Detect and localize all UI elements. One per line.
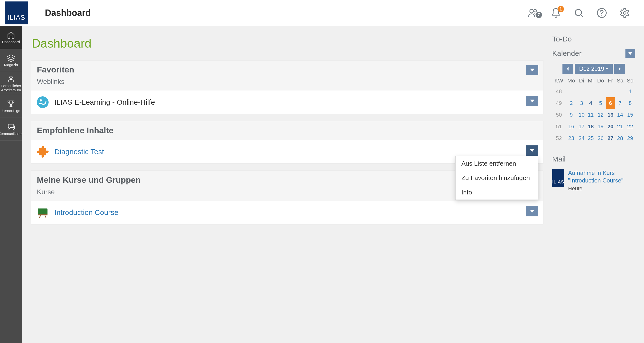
cal-day[interactable]: 27 [606, 132, 615, 144]
cal-week-number: 50 [552, 109, 566, 121]
cal-day-header: Sa [615, 76, 625, 86]
cal-day[interactable]: 23 [566, 132, 577, 144]
mail-item: ILIAS Aufnahme in Kurs "Introduction Cou… [552, 169, 635, 192]
nav-item-dashboard[interactable]: Dashboard [0, 26, 22, 49]
puzzle-icon [37, 146, 48, 158]
cal-day[interactable]: 6 [606, 97, 615, 109]
cal-day[interactable]: 19 [596, 121, 606, 132]
bell-icon[interactable]: 1 [547, 4, 564, 21]
cal-month-button[interactable]: Dez 2019 [575, 64, 612, 74]
cal-next-button[interactable] [614, 64, 625, 74]
calendar-menu-button[interactable] [626, 49, 635, 58]
cal-day[interactable]: 17 [577, 121, 586, 132]
nav-label: Lernerfolge [2, 109, 20, 113]
item-dropdown: Aus Liste entfernen Zu Favoriten hinzufü… [455, 156, 538, 200]
panel-menu-button[interactable] [526, 65, 538, 75]
users-icon[interactable]: 7 [524, 4, 542, 21]
cal-day[interactable]: 10 [577, 109, 586, 121]
cal-day [606, 86, 615, 97]
cal-day [615, 86, 625, 97]
gear-icon[interactable] [616, 4, 633, 21]
app-logo[interactable]: ILIAS [5, 1, 28, 24]
cal-day[interactable]: 5 [596, 97, 606, 109]
cal-day[interactable]: 8 [625, 97, 635, 109]
cal-day-header: So [625, 76, 635, 86]
item-title[interactable]: Introduction Course [54, 208, 118, 217]
cal-day[interactable]: 20 [606, 121, 615, 132]
cal-day-header: Mo [566, 76, 577, 86]
mail-subject[interactable]: Aufnahme in Kurs "Introduction Course" [568, 169, 635, 184]
cal-week-number: 51 [552, 121, 566, 132]
item-title[interactable]: Diagnostic Test [54, 148, 104, 156]
cal-day[interactable]: 28 [615, 132, 625, 144]
panel-subtitle: Weblinks [37, 78, 537, 86]
panel-title: Empfohlene Inhalte [37, 126, 537, 135]
menu-item-favorite[interactable]: Zu Favoriten hinzufügen [456, 171, 538, 185]
cal-day [596, 86, 606, 97]
globe-icon [37, 96, 48, 108]
nav-label: Magazin [4, 63, 18, 67]
sidenav: Dashboard Magazin PersönlicherArbeitsrau… [0, 26, 22, 343]
cal-day[interactable]: 14 [615, 109, 625, 121]
list-item: Introduction Course [31, 201, 543, 224]
svg-point-1 [534, 9, 536, 12]
panel-empfohlen: Empfohlene Inhalte Diagnostic Test Aus L… [31, 121, 544, 164]
cal-week-number: 48 [552, 86, 566, 97]
cal-day[interactable]: 18 [586, 121, 596, 132]
users-badge: 7 [536, 12, 542, 18]
cal-day[interactable]: 13 [606, 109, 615, 121]
page-context-title: Dashboard [45, 8, 91, 18]
help-icon[interactable] [593, 4, 610, 21]
nav-item-magazin[interactable]: Magazin [0, 49, 22, 72]
svg-rect-10 [38, 214, 48, 216]
page-title: Dashboard [32, 36, 544, 50]
nav-label: PersönlicherArbeitsraum [1, 84, 21, 92]
menu-item-remove[interactable]: Aus Liste entfernen [456, 156, 538, 171]
nav-label: Kommunikation [0, 132, 24, 136]
cal-prev-button[interactable] [562, 64, 573, 74]
item-menu-button[interactable] [526, 96, 538, 106]
cal-day[interactable]: 15 [625, 109, 635, 121]
calendar-heading: Kalender [552, 49, 635, 58]
cal-day[interactable]: 4 [586, 97, 596, 109]
menu-item-info[interactable]: Info [456, 185, 538, 200]
svg-point-7 [37, 96, 48, 108]
cal-day[interactable]: 22 [625, 121, 635, 132]
cal-day [577, 86, 586, 97]
cal-day[interactable]: 16 [566, 121, 577, 132]
nav-item-kommunikation[interactable]: Kommunikation [0, 118, 22, 141]
item-title[interactable]: ILIAS E-Learning - Online-Hilfe [54, 98, 155, 106]
svg-rect-9 [38, 209, 48, 214]
svg-point-2 [575, 9, 582, 15]
cal-day[interactable]: 29 [625, 132, 635, 144]
panel-favoriten: Favoriten Weblinks ILIAS E-Learning - On… [31, 60, 544, 114]
cal-day-header: Mi [586, 76, 596, 86]
cal-day[interactable]: 9 [566, 109, 577, 121]
cal-day[interactable]: 11 [586, 109, 596, 121]
svg-point-0 [530, 9, 534, 13]
cal-day[interactable]: 12 [596, 109, 606, 121]
cal-day[interactable]: 25 [586, 132, 596, 144]
cal-day [586, 86, 596, 97]
topbar: ILIAS Dashboard 7 1 [0, 0, 644, 26]
item-menu-button[interactable] [526, 206, 538, 216]
cal-day[interactable]: 21 [615, 121, 625, 132]
cal-day[interactable]: 7 [615, 97, 625, 109]
item-menu-button[interactable] [526, 145, 538, 156]
stack-icon [7, 54, 15, 62]
trophy-icon [7, 99, 15, 108]
nav-label: Dashboard [2, 40, 20, 44]
cal-day[interactable]: 26 [596, 132, 606, 144]
cal-day-header: Fr [606, 76, 615, 86]
search-icon[interactable] [570, 4, 587, 21]
cal-week-number: 49 [552, 97, 566, 109]
cal-day[interactable]: 3 [577, 97, 586, 109]
nav-item-personal[interactable]: PersönlicherArbeitsraum [0, 72, 22, 95]
cal-day[interactable]: 1 [625, 86, 635, 97]
cal-day[interactable]: 24 [577, 132, 586, 144]
nav-item-lernerfolge[interactable]: Lernerfolge [0, 95, 22, 118]
alerts-badge: 1 [558, 6, 564, 12]
cal-day-header: Do [596, 76, 606, 86]
cal-day [566, 86, 577, 97]
cal-day[interactable]: 2 [566, 97, 577, 109]
